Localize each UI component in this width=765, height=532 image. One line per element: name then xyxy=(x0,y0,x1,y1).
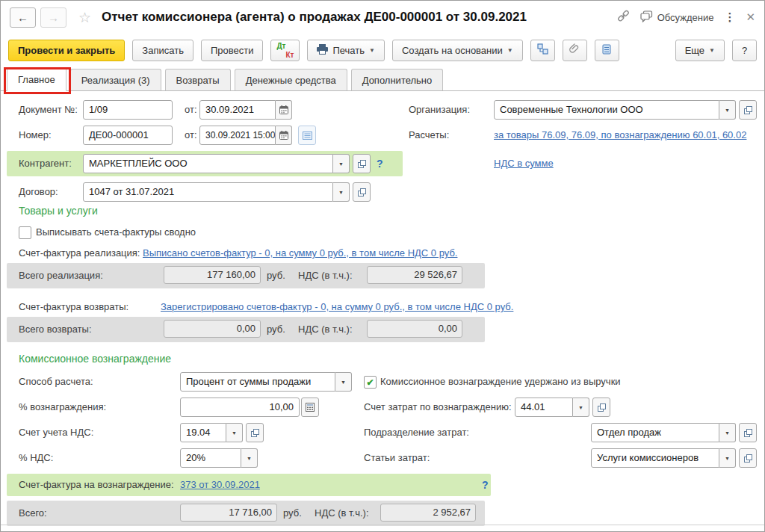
total-vat-value: 2 952,67 xyxy=(380,504,476,522)
help-button[interactable]: ? xyxy=(732,40,757,61)
returns-invoice-link[interactable]: Зарегистрировано счетов-фактур - 0, на с… xyxy=(161,297,513,317)
more-button[interactable]: Еще ▼ xyxy=(675,40,725,61)
chevron-down-icon: ▼ xyxy=(725,108,730,113)
post-button[interactable]: Провести xyxy=(201,40,264,61)
settlements-link[interactable]: за товары 76.09, 76.09, по вознаграждени… xyxy=(494,126,746,145)
number-field[interactable]: ДЕ00-000001 xyxy=(83,126,173,145)
dropdown-button[interactable]: ▼ xyxy=(241,448,258,468)
bottom-divider xyxy=(1,525,764,525)
row-total: Всего: 17 716,00 руб. НДС (в т.ч.): 2 95… xyxy=(1,504,764,523)
reward-percent-field[interactable]: 10,00 xyxy=(180,398,300,417)
expense-account-value: 44.01 xyxy=(515,398,573,417)
tab-main[interactable]: Главное xyxy=(7,67,66,91)
organization-field[interactable]: Современные Технологии ООО ▼ xyxy=(494,100,736,120)
close-icon[interactable]: ✕ xyxy=(746,10,755,24)
attachments-button[interactable] xyxy=(563,40,587,61)
reward-help-icon[interactable]: ? xyxy=(482,475,489,495)
calendar-icon[interactable] xyxy=(276,126,292,145)
commission-withheld-checkbox[interactable]: ✔ xyxy=(364,376,377,389)
cost-item-open-button[interactable] xyxy=(739,448,757,468)
dropdown-button[interactable]: ▼ xyxy=(333,182,350,202)
dtkt-postings-button[interactable]: Дт Кт xyxy=(270,40,300,61)
chevron-down-icon: ▼ xyxy=(725,430,730,436)
more-label: Еще xyxy=(685,45,704,56)
kt-label: Кт xyxy=(285,51,294,59)
rub-label: руб. xyxy=(267,266,285,285)
cost-item-label: Статьи затрат: xyxy=(364,448,430,468)
counterparty-field[interactable]: МАРКЕТПЛЕЙС ООО ▼ xyxy=(83,154,350,173)
expense-account-field[interactable]: 44.01 ▼ xyxy=(515,398,589,417)
counterparty-help-icon[interactable]: ? xyxy=(377,154,383,173)
total-returns-vat-value: 0,00 xyxy=(367,320,462,338)
datetime-field[interactable]: 30.09.2021 15:00:00 xyxy=(199,126,292,145)
print-label: Печать xyxy=(332,45,365,56)
number-value: ДЕ00-000001 xyxy=(83,126,173,145)
calendar-icon[interactable] xyxy=(276,100,292,120)
calc-method-value: Процент от суммы продажи xyxy=(180,372,335,392)
contract-label: Договор: xyxy=(19,182,58,202)
favorite-star-icon[interactable]: ☆ xyxy=(78,9,91,26)
department-open-button[interactable] xyxy=(739,423,757,442)
paperclip-icon xyxy=(569,43,580,57)
dropdown-button[interactable]: ▼ xyxy=(719,448,736,468)
consolidated-invoices-label: Выписывать счета-фактуры сводно xyxy=(36,223,196,242)
print-button[interactable]: Печать ▼ xyxy=(307,40,385,61)
create-on-basis-button[interactable]: Создать на основании ▼ xyxy=(392,40,523,61)
total-value: 17 716,00 xyxy=(180,504,277,522)
calc-method-field[interactable]: Процент от суммы продажи ▼ xyxy=(180,372,352,392)
vat-account-field[interactable]: 19.04 ▼ xyxy=(180,423,243,442)
tab-returns[interactable]: Возвраты xyxy=(165,69,231,90)
total-returns-label: Всего возвраты: xyxy=(19,320,92,339)
chevron-down-icon: ▼ xyxy=(369,47,375,54)
discussion-button[interactable]: Обсуждение xyxy=(640,10,714,25)
organization-open-button[interactable] xyxy=(739,100,757,120)
title-bar: ← → ☆ Отчет комиссионера (агента) о прод… xyxy=(1,1,764,34)
dropdown-button[interactable]: ▼ xyxy=(333,154,350,173)
counterparty-label: Контрагент: xyxy=(19,154,72,173)
counterparty-open-button[interactable] xyxy=(353,154,371,173)
tab-bar: Главное Реализация (3) Возвраты Денежные… xyxy=(1,66,764,91)
dropdown-button[interactable]: ▼ xyxy=(226,423,243,442)
chevron-down-icon: ▼ xyxy=(725,456,730,461)
vat-account-value: 19.04 xyxy=(180,423,226,442)
contract-open-button[interactable] xyxy=(353,182,371,202)
dropdown-button[interactable]: ▼ xyxy=(719,100,736,120)
save-button[interactable]: Записать xyxy=(132,40,193,61)
vat-in-amount-link[interactable]: НДС в сумме xyxy=(494,154,554,173)
tab-sales[interactable]: Реализация (3) xyxy=(70,69,161,90)
tab-additional[interactable]: Дополнительно xyxy=(351,69,444,90)
row-vat-account: Счет учета НДС: 19.04 ▼ Подразделение за… xyxy=(1,423,764,442)
rub-label: руб. xyxy=(267,320,285,339)
date-field[interactable]: 30.09.2021 xyxy=(199,100,292,120)
vat-rate-value: 20% xyxy=(180,448,241,468)
related-documents-button[interactable] xyxy=(530,40,555,61)
link-icon[interactable] xyxy=(617,10,630,25)
dropdown-button[interactable]: ▼ xyxy=(573,398,589,417)
calculator-button[interactable] xyxy=(301,398,319,417)
form-main: Документ №: 1/09 от: 30.09.2021 Организа… xyxy=(1,91,764,532)
document-no-field[interactable]: 1/09 xyxy=(83,100,173,120)
cost-item-field[interactable]: Услуги комиссионеров ▼ xyxy=(591,448,736,468)
vat-rate-field[interactable]: 20% ▼ xyxy=(180,448,258,468)
dropdown-button[interactable]: ▼ xyxy=(719,423,736,442)
commission-withheld-label: Комиссионное вознаграждение удержано из … xyxy=(380,372,621,392)
register-records-button[interactable] xyxy=(595,40,619,61)
post-and-close-button[interactable]: Провести и закрыть xyxy=(8,40,125,61)
dropdown-button[interactable]: ▼ xyxy=(335,372,352,392)
consolidated-invoices-checkbox[interactable] xyxy=(19,226,31,239)
reward-invoice-link[interactable]: 373 от 30.09.2021 xyxy=(180,475,260,495)
vat-account-open-button[interactable] xyxy=(246,423,264,442)
total-sales-label: Всего реализация: xyxy=(19,266,103,285)
back-button[interactable]: ← xyxy=(10,7,36,28)
department-field[interactable]: Отдел продаж ▼ xyxy=(591,423,736,442)
from-label-1: от: xyxy=(185,100,197,120)
sales-invoice-link[interactable]: Выписано счетов-фактур - 0, на сумму 0 р… xyxy=(143,244,457,263)
contract-field[interactable]: 1047 от 31.07.2021 ▼ xyxy=(83,182,350,202)
vat-incl-label: НДС (в т.ч.): xyxy=(315,504,369,523)
journal-list-button[interactable] xyxy=(298,126,316,145)
tab-cash[interactable]: Денежные средства xyxy=(235,69,347,90)
row-vat-rate: % НДС: 20% ▼ Статьи затрат: Услуги комис… xyxy=(1,448,764,468)
more-menu-icon[interactable]: ⋮ xyxy=(724,10,735,24)
expense-account-open-button[interactable] xyxy=(592,398,610,417)
forward-button[interactable]: → xyxy=(40,7,66,28)
